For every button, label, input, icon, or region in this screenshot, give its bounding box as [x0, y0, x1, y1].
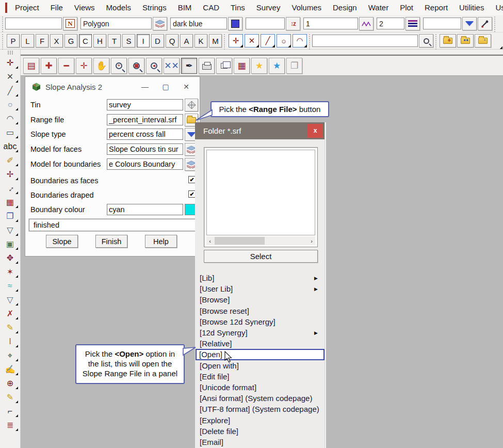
- model-picker-button[interactable]: [153, 17, 167, 30]
- popup-menu-item[interactable]: [Open]: [196, 349, 324, 360]
- toolbar-grip[interactable]: [308, 34, 311, 51]
- cad-text-input[interactable]: [5, 18, 62, 29]
- boundary-colour-field[interactable]: [107, 204, 183, 215]
- popup-menu-item[interactable]: [Ansi format] (System codepage): [195, 393, 325, 404]
- tin-field[interactable]: [107, 99, 183, 110]
- popup-menu-item[interactable]: [User Lib] ▶: [195, 283, 325, 294]
- popup-menu-item[interactable]: [12d Synergy] ▶: [195, 327, 325, 338]
- snap-cross-icon[interactable]: ✕: [245, 34, 259, 47]
- note-edit-icon[interactable]: ✍: [3, 362, 18, 376]
- point-star-icon[interactable]: ✶: [3, 265, 18, 279]
- snap-circle-icon[interactable]: ○: [277, 34, 291, 47]
- popup-menu-item[interactable]: [Browse reset]: [195, 306, 325, 316]
- interval-icon[interactable]: Ⅰ: [3, 334, 18, 348]
- menu-item[interactable]: Survey: [251, 3, 286, 12]
- menu-item[interactable]: Water: [363, 3, 394, 12]
- edit-pencil-icon[interactable]: ✐: [3, 153, 18, 167]
- mode-point-button[interactable]: P: [7, 34, 20, 47]
- model-input[interactable]: [80, 18, 152, 29]
- menu-item[interactable]: User: [490, 3, 503, 12]
- snap-arc-icon[interactable]: ◠: [293, 34, 307, 47]
- height-button[interactable]: ↕z: [286, 17, 300, 30]
- popup-menu-item[interactable]: [Browse 12d Synergy]: [195, 316, 325, 327]
- popup-titlebar[interactable]: Folder *.srf x: [195, 122, 324, 139]
- close-button[interactable]: ✕: [176, 83, 197, 91]
- mode-m-button[interactable]: M: [209, 34, 222, 47]
- create-cross-icon[interactable]: ✕: [3, 70, 18, 84]
- popup-menu-item[interactable]: [Delete file]: [195, 426, 325, 437]
- select-button[interactable]: Select: [204, 250, 318, 263]
- string-colour-icon[interactable]: ≈: [3, 279, 18, 293]
- freehand-pencil-icon[interactable]: ✎: [3, 321, 18, 334]
- plot-sheet-icon[interactable]: ▦: [234, 58, 250, 74]
- minimize-button[interactable]: —: [135, 83, 155, 91]
- scroll-left-arrow[interactable]: ‹: [206, 238, 214, 244]
- mode-d-button[interactable]: D: [151, 34, 164, 47]
- mode-t-button[interactable]: T: [108, 34, 121, 47]
- create-line-icon[interactable]: ╱: [3, 84, 18, 98]
- zoom-out-icon[interactable]: ━: [58, 58, 74, 74]
- shared-folder-button[interactable]: ●●: [457, 34, 474, 47]
- popup-menu-item[interactable]: [Browse]: [195, 294, 325, 305]
- toolbar-grip[interactable]: [8, 51, 13, 55]
- weight-picker-button[interactable]: [359, 17, 374, 30]
- dropdown-button[interactable]: [462, 17, 477, 30]
- measure-icon[interactable]: ↔: [3, 181, 18, 195]
- create-text-icon[interactable]: abc: [3, 139, 18, 153]
- range-file-field[interactable]: [107, 114, 183, 125]
- fit-view-icon[interactable]: ✛: [76, 58, 92, 74]
- project-folder-button[interactable]: ◆: [440, 34, 456, 47]
- zoom-all-icon[interactable]: ▦: [128, 58, 144, 74]
- menu-item[interactable]: Volumes: [286, 3, 327, 12]
- toolbar-grip[interactable]: [223, 34, 226, 51]
- popup-menu-item[interactable]: [Edit file]: [195, 371, 325, 382]
- popup-menu-item[interactable]: [Open with]: [195, 360, 325, 371]
- section-icon[interactable]: ⊕: [3, 376, 18, 390]
- file-list-area[interactable]: [206, 150, 315, 235]
- new-window-icon[interactable]: ❐: [286, 58, 302, 74]
- menu-item[interactable]: Design: [327, 3, 363, 12]
- views-menu-icon[interactable]: ▤: [23, 58, 39, 74]
- windows-icon[interactable]: ❐: [3, 209, 18, 223]
- copy-view-icon[interactable]: [216, 58, 232, 74]
- mode-h-button[interactable]: H: [93, 34, 106, 47]
- popup-menu-item[interactable]: [Lib] ▶: [195, 273, 325, 283]
- style-input[interactable]: [377, 18, 404, 29]
- mode-face-button[interactable]: F: [36, 34, 48, 47]
- redraw-brush-icon[interactable]: ✒: [181, 58, 197, 74]
- file-listbox[interactable]: ‹ ›: [204, 147, 318, 247]
- colour-picker-button[interactable]: [228, 17, 242, 30]
- menu-item[interactable]: BIM: [172, 3, 198, 12]
- pan-icon[interactable]: ✋: [93, 58, 109, 74]
- move-icon[interactable]: ✥: [3, 251, 18, 265]
- menu-item[interactable]: Plot: [394, 3, 419, 12]
- mode-q-button[interactable]: Q: [166, 34, 179, 47]
- create-point-icon[interactable]: ✛: [3, 56, 18, 70]
- popup-close-button[interactable]: x: [307, 124, 323, 138]
- zoom-in-icon[interactable]: ✚: [41, 58, 57, 74]
- toolbar-grip[interactable]: [493, 17, 496, 34]
- delete-icon[interactable]: ✗: [3, 307, 18, 321]
- weight-input[interactable]: [303, 18, 358, 29]
- menu-item[interactable]: Models: [101, 3, 137, 12]
- slope-type-field[interactable]: [107, 129, 183, 140]
- menu-item[interactable]: Views: [69, 3, 101, 12]
- mode-i-button[interactable]: I: [137, 34, 150, 47]
- mode-grid-button[interactable]: G: [64, 34, 77, 47]
- polyline-icon[interactable]: ⌐: [3, 404, 18, 418]
- zoom-window-icon[interactable]: +: [111, 58, 127, 74]
- print-icon[interactable]: [199, 58, 215, 74]
- dialog-titlebar[interactable]: 12 Slope Analysis 2 — ▢ ✕: [25, 77, 200, 97]
- mode-x-button[interactable]: X: [50, 34, 63, 47]
- popup-menu-item[interactable]: [Explore]: [195, 414, 325, 425]
- name-button[interactable]: N: [63, 17, 77, 30]
- popup-menu-item[interactable]: [Unicode format]: [195, 382, 325, 393]
- survey-icon[interactable]: ⌖: [3, 348, 18, 362]
- menu-item[interactable]: Project: [9, 3, 45, 12]
- menu-item[interactable]: File: [45, 3, 69, 12]
- profile-pencil-icon[interactable]: ✎: [3, 390, 18, 404]
- scrollbar-thumb[interactable]: [215, 237, 265, 245]
- mode-s-button[interactable]: S: [122, 34, 135, 47]
- railway-icon[interactable]: ≣: [3, 418, 18, 432]
- mode-k-button[interactable]: K: [194, 34, 207, 47]
